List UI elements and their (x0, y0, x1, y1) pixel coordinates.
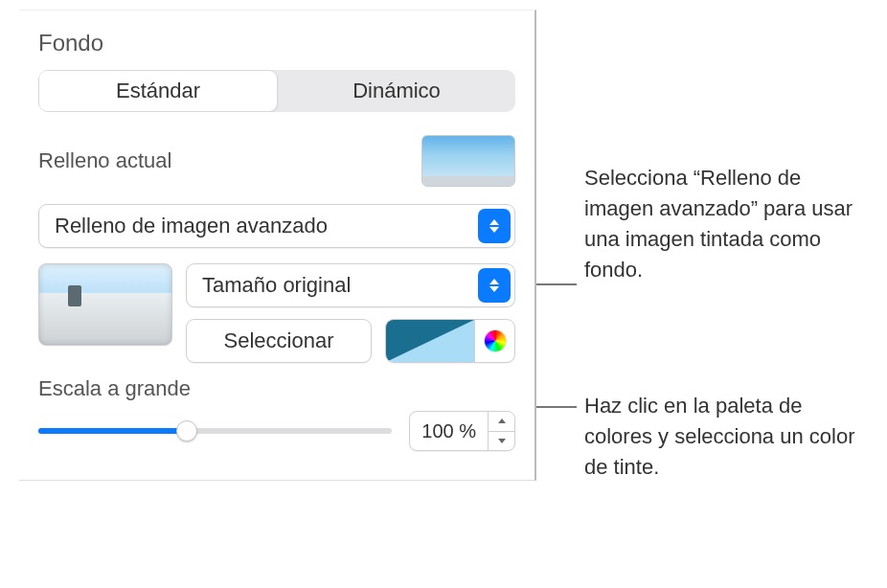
callout-fill-type: Selecciona “Relleno de imagen avanzado” … (584, 163, 872, 285)
current-fill-row: Relleno actual (38, 135, 515, 187)
tab-standard[interactable]: Estándar (38, 70, 278, 112)
fill-type-value: Relleno de imagen avanzado (55, 214, 478, 238)
current-fill-thumbnail[interactable] (421, 135, 515, 187)
tab-dynamic[interactable]: Dinámico (278, 70, 515, 112)
scale-row: 100 % (38, 411, 515, 451)
popup-arrows-icon (478, 209, 511, 243)
image-size-value: Tamaño original (202, 273, 478, 298)
color-wheel-icon (485, 330, 506, 351)
scale-label: Escala a grande (38, 376, 515, 401)
stepper-up[interactable] (489, 412, 514, 432)
select-image-button[interactable]: Seleccionar (186, 319, 372, 363)
callout-line (536, 283, 577, 285)
callout-color-picker: Haz clic en la paleta de colores y selec… (584, 391, 872, 483)
tint-swatch[interactable] (386, 320, 474, 362)
stepper-down[interactable] (489, 432, 514, 451)
image-fill-row: Tamaño original Seleccionar (38, 263, 515, 363)
image-size-dropdown[interactable]: Tamaño original (186, 263, 515, 307)
section-title: Fondo (38, 30, 515, 57)
image-preview[interactable] (38, 263, 172, 346)
background-type-segmented: Estándar Dinámico (38, 70, 515, 112)
tint-color-well[interactable] (385, 319, 515, 363)
slider-knob[interactable] (176, 420, 197, 441)
background-panel: Fondo Estándar Dinámico Relleno actual R… (19, 10, 536, 481)
popup-arrows-icon (478, 268, 511, 303)
current-fill-label: Relleno actual (38, 148, 171, 173)
scale-value[interactable]: 100 % (410, 420, 488, 442)
scale-stepper[interactable]: 100 % (409, 411, 515, 451)
open-color-picker-button[interactable] (474, 320, 514, 362)
annotation-layer: Selecciona “Relleno de imagen avanzado” … (536, 0, 872, 588)
fill-type-dropdown[interactable]: Relleno de imagen avanzado (38, 204, 515, 248)
scale-slider[interactable] (38, 421, 392, 441)
callout-line (536, 406, 577, 408)
